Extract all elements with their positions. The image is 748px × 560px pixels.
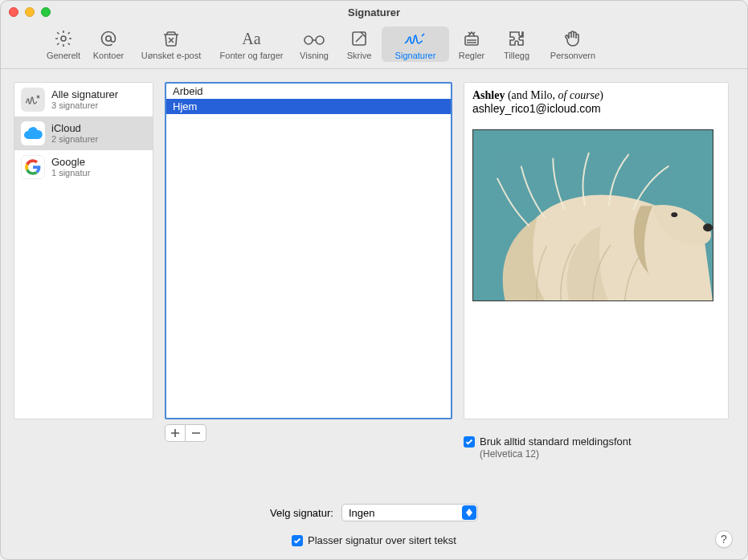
signature-image [472, 129, 713, 301]
signature-name: Arbeid [173, 85, 203, 97]
window-controls [9, 7, 51, 17]
svg-point-1 [106, 36, 111, 41]
tab-general[interactable]: Generelt [41, 27, 86, 62]
junk-icon [161, 28, 182, 49]
select-arrows-icon [462, 505, 476, 520]
signature-name: Hjem [173, 100, 197, 112]
help-glyph: ? [721, 533, 727, 546]
tab-label: Generelt [47, 51, 80, 60]
all-signatures-icon [21, 88, 45, 112]
rules-icon [462, 28, 481, 49]
signature-list[interactable]: Arbeid Hjem [165, 82, 452, 419]
place-above-quoted-checkbox[interactable]: Plasser signatur over sitert tekst [292, 534, 456, 546]
choose-signature-select[interactable]: Ingen [341, 504, 478, 521]
account-sub: 2 signaturer [51, 134, 98, 145]
google-icon [21, 155, 45, 179]
svg-point-3 [316, 36, 324, 44]
add-remove-buttons [165, 424, 452, 442]
tab-label: Signaturer [395, 51, 436, 60]
zoom-button[interactable] [41, 7, 51, 17]
checkbox-icon [464, 436, 475, 448]
window-title: Signaturer [1, 6, 747, 18]
preferences-window: Signaturer Generelt Kontoer Uønsket e-po… [0, 0, 748, 560]
tab-viewing[interactable]: Visning [292, 27, 337, 62]
tab-label: Personvern [550, 51, 595, 60]
compose-icon [349, 28, 369, 49]
tab-fonts[interactable]: Aa Fonter og farger [211, 27, 292, 62]
preferences-toolbar: Generelt Kontoer Uønsket e-post Aa Fonte… [1, 23, 747, 69]
svg-point-7 [703, 223, 713, 231]
puzzle-icon [507, 28, 526, 49]
tab-signatures[interactable]: Signaturer [382, 27, 449, 62]
account-sub: 3 signaturer [51, 100, 118, 111]
account-sub: 1 signatur [51, 168, 90, 178]
hand-icon [563, 28, 582, 49]
signature-row[interactable]: Arbeid [166, 84, 451, 99]
tab-junk[interactable]: Uønsket e-post [131, 27, 211, 62]
tab-label: Skrive [347, 51, 372, 60]
signature-name-line: Ashley (and Milo, of course) [472, 89, 720, 102]
tab-label: Visning [300, 51, 329, 60]
choose-signature-label: Velg signatur: [270, 507, 333, 519]
glasses-icon [302, 28, 326, 49]
account-name: iCloud [51, 122, 98, 135]
account-name: Google [51, 156, 90, 169]
titlebar: Signaturer [1, 1, 747, 23]
account-icloud[interactable]: iCloud 2 signaturer [14, 116, 153, 150]
account-all-signatures[interactable]: Alle signaturer 3 signaturer [14, 83, 153, 116]
svg-point-0 [61, 36, 66, 41]
tab-label: Kontoer [93, 51, 125, 60]
tab-label: Tillegg [504, 51, 529, 60]
close-button[interactable] [9, 7, 18, 17]
account-google[interactable]: Google 1 signatur [14, 150, 153, 184]
svg-point-2 [305, 36, 313, 44]
tab-extensions[interactable]: Tillegg [494, 27, 539, 62]
tab-accounts[interactable]: Kontoer [86, 27, 131, 62]
tab-label: Uønsket e-post [141, 51, 202, 60]
checkbox-label: Bruk alltid standard meldingsfont [480, 435, 632, 448]
tab-composing[interactable]: Skrive [337, 27, 382, 62]
minimize-button[interactable] [25, 7, 35, 17]
account-name: Alle signaturer [51, 88, 118, 101]
tab-privacy[interactable]: Personvern [539, 27, 607, 62]
signature-row[interactable]: Hjem [166, 99, 451, 114]
signature-icon [403, 28, 427, 49]
signature-preview[interactable]: Ashley (and Milo, of course) ashley_rico… [464, 82, 729, 419]
checkbox-icon [292, 535, 303, 546]
tab-rules[interactable]: Regler [449, 27, 494, 62]
gear-icon [54, 28, 73, 49]
tab-label: Fonter og farger [220, 51, 284, 60]
content-area: Alle signaturer 3 signaturer iCloud 2 si… [1, 69, 747, 497]
tab-label: Regler [459, 51, 484, 60]
checkbox-label: Plasser signatur over sitert tekst [308, 534, 456, 546]
bottom-controls: Velg signatur: Ingen Plasser signatur ov… [1, 497, 747, 559]
account-list: Alle signaturer 3 signaturer iCloud 2 si… [14, 82, 153, 419]
add-signature-button[interactable] [165, 424, 186, 442]
icloud-icon [21, 121, 45, 145]
help-button[interactable]: ? [715, 530, 733, 548]
at-icon [99, 28, 118, 49]
signature-email: ashley_rico1@icloud.com [472, 102, 720, 115]
use-default-font-checkbox[interactable]: Bruk alltid standard meldingsfont [464, 435, 729, 448]
signature-owner: Ashley [472, 89, 505, 101]
fonts-icon: Aa [242, 28, 260, 49]
remove-signature-button[interactable] [186, 424, 206, 442]
select-value: Ingen [349, 507, 375, 519]
svg-point-8 [671, 212, 677, 217]
default-font-sub: (Helvetica 12) [480, 448, 729, 460]
